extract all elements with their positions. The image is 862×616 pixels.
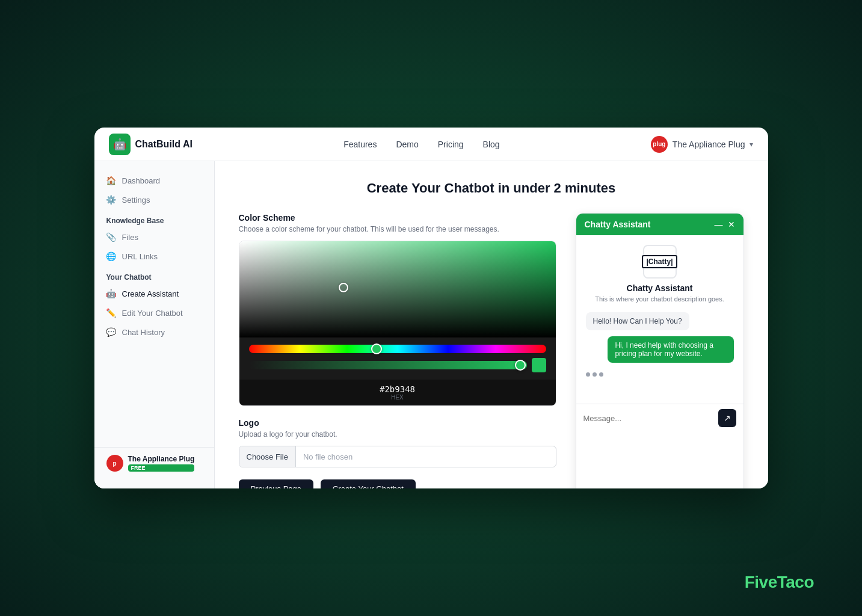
hex-label: HEX	[249, 394, 546, 401]
typing-dot-1	[586, 372, 590, 377]
chat-bot-logo-text: |Chatty|	[642, 255, 677, 268]
action-buttons: Previous Page Create Your Chatbot	[239, 479, 556, 488]
sidebar-label-create: Create Assistant	[122, 289, 179, 298]
sidebar-footer: p The Appliance Plug FREE	[94, 447, 214, 479]
file-input-row: Choose File No file chosen	[239, 446, 556, 467]
hue-track	[249, 345, 546, 353]
header-right: plug The Appliance Plug ▾	[651, 136, 754, 153]
choose-file-button[interactable]: Choose File	[239, 446, 296, 467]
sidebar-item-dashboard[interactable]: 🏠 Dashboard	[94, 171, 214, 190]
logo-section: Logo Upload a logo for your chatbot. Cho…	[239, 418, 556, 467]
chatbuild-logo-icon: 🤖	[109, 134, 131, 155]
nav-features[interactable]: Features	[343, 140, 377, 149]
page-title: Create Your Chatbot in under 2 minutes	[239, 180, 744, 196]
chat-typing-indicator	[586, 369, 603, 380]
settings-icon: ⚙️	[106, 195, 116, 205]
chat-body: |Chatty| Chatty Assistant This is where …	[576, 235, 743, 404]
color-circle-indicator	[339, 283, 348, 292]
sidebar-label-edit: Edit Your Chatbot	[122, 309, 183, 318]
account-chevron-icon[interactable]: ▾	[750, 140, 753, 149]
account-logo-icon: plug	[651, 136, 668, 153]
account-name: The Appliance Plug	[673, 140, 745, 149]
nav-blog[interactable]: Blog	[483, 140, 500, 149]
sidebar-item-edit-chatbot[interactable]: ✏️ Edit Your Chatbot	[94, 303, 214, 322]
sidebar-item-create-assistant[interactable]: 🤖 Create Assistant	[94, 284, 214, 303]
watermark-part2: Taco	[777, 573, 814, 591]
sidebar-item-files[interactable]: 📎 Files	[94, 227, 214, 247]
watermark-part1: Five	[745, 573, 777, 591]
chat-history-icon: 💬	[106, 327, 116, 337]
logo-label: Logo	[239, 418, 556, 428]
chat-footer: ↗	[576, 404, 743, 432]
chat-message-user-1: Hi, I need help with choosing a pricing …	[608, 336, 733, 363]
watermark: FiveTaco	[745, 573, 814, 592]
chat-message-bot-1: Hello! How Can I Help You?	[586, 312, 689, 330]
header-logo: 🤖 ChatBuild AI	[109, 134, 192, 155]
sidebar-footer-info: The Appliance Plug FREE	[128, 455, 195, 472]
sidebar-label-files: Files	[122, 233, 138, 242]
typing-dot-2	[593, 372, 597, 377]
sidebar-item-chat-history[interactable]: 💬 Chat History	[94, 322, 214, 342]
send-icon: ↗	[724, 413, 731, 423]
chat-bot-name: Chatty Assistant	[627, 283, 693, 293]
color-sliders	[239, 337, 556, 380]
section-your-chatbot: Your Chatbot	[94, 266, 214, 284]
sidebar-item-url-links[interactable]: 🌐 URL Links	[94, 247, 214, 266]
hue-thumb	[371, 343, 382, 354]
chat-minimize-icon[interactable]: —	[715, 220, 723, 229]
sidebar-label-url: URL Links	[122, 252, 158, 261]
sidebar-label-dashboard: Dashboard	[122, 176, 161, 185]
chat-preview-title: Chatty Assistant	[585, 220, 651, 229]
typing-dot-3	[599, 372, 603, 377]
nav-pricing[interactable]: Pricing	[438, 140, 464, 149]
sidebar-item-settings[interactable]: ⚙️ Settings	[94, 190, 214, 209]
chat-bot-desc: This is where your chatbot description g…	[595, 295, 724, 303]
create-assistant-icon: 🤖	[106, 289, 116, 298]
chat-bot-logo: |Chatty|	[643, 245, 677, 279]
left-column: Color Scheme Choose a color scheme for y…	[239, 213, 556, 488]
sidebar-account-icon: p	[106, 455, 123, 472]
content-grid: Color Scheme Choose a color scheme for y…	[239, 213, 744, 488]
logo-desc: Upload a logo for your chatbot.	[239, 430, 556, 439]
chat-preview: Chatty Assistant — ✕ |Chatty| Chatty Ass…	[576, 213, 744, 488]
main-content: Create Your Chatbot in under 2 minutes C…	[215, 161, 768, 488]
sidebar-account-name: The Appliance Plug	[128, 455, 195, 463]
opacity-thumb	[515, 360, 526, 371]
chat-controls: — ✕	[715, 220, 735, 229]
color-scheme-desc: Choose a color scheme for your chatbot. …	[239, 225, 556, 233]
sidebar-free-badge: FREE	[128, 464, 195, 472]
header: 🤖 ChatBuild AI Features Demo Pricing Blo…	[94, 128, 768, 161]
opacity-row	[249, 358, 546, 372]
header-nav: Features Demo Pricing Blog	[343, 140, 499, 149]
app-window: 🤖 ChatBuild AI Features Demo Pricing Blo…	[94, 128, 768, 488]
logo-text: ChatBuild AI	[135, 139, 192, 150]
nav-demo[interactable]: Demo	[396, 140, 418, 149]
file-name-display: No file chosen	[296, 452, 360, 461]
hue-slider[interactable]	[249, 345, 546, 353]
edit-icon: ✏️	[106, 308, 116, 318]
color-gradient-box[interactable]	[239, 241, 556, 337]
app-body: 🏠 Dashboard ⚙️ Settings Knowledge Base 📎…	[94, 161, 768, 488]
sidebar: 🏠 Dashboard ⚙️ Settings Knowledge Base 📎…	[94, 161, 215, 488]
dashboard-icon: 🏠	[106, 176, 116, 185]
url-icon: 🌐	[106, 251, 116, 261]
section-knowledge-base: Knowledge Base	[94, 209, 214, 227]
hex-value: #2b9348	[249, 384, 546, 394]
opacity-slider[interactable]	[249, 361, 527, 369]
files-icon: 📎	[106, 232, 116, 242]
sidebar-label-settings: Settings	[122, 196, 150, 205]
sidebar-label-history: Chat History	[122, 328, 165, 337]
chat-send-button[interactable]: ↗	[718, 409, 736, 427]
color-scheme-label: Color Scheme	[239, 213, 556, 223]
chat-messages: Hello! How Can I Help You? Hi, I need he…	[586, 312, 734, 380]
previous-page-button[interactable]: Previous Page	[239, 479, 314, 488]
create-chatbot-button[interactable]: Create Your Chatbot	[321, 479, 416, 488]
chat-close-icon[interactable]: ✕	[728, 220, 735, 229]
color-preview-box	[532, 358, 546, 372]
chat-message-input[interactable]	[583, 414, 713, 423]
color-picker[interactable]: #2b9348 HEX	[239, 241, 556, 406]
chat-preview-header: Chatty Assistant — ✕	[576, 214, 743, 235]
color-scheme-section: Color Scheme Choose a color scheme for y…	[239, 213, 556, 406]
hex-display: #2b9348 HEX	[239, 380, 556, 405]
